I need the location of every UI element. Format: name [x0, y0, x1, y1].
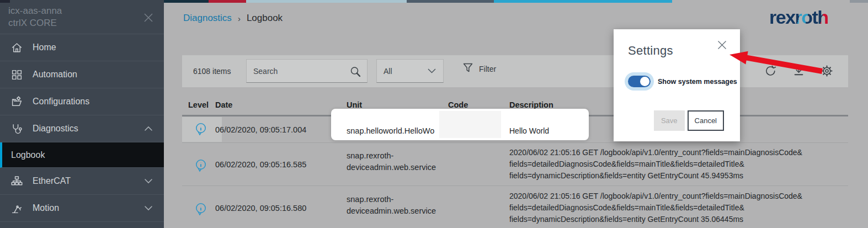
column-header-description[interactable]: Description — [509, 100, 553, 109]
info-level-icon — [195, 203, 207, 218]
info-level-icon — [195, 159, 207, 174]
items-count: 6108 items — [193, 67, 231, 76]
sidebar-item-home[interactable]: Home — [0, 34, 164, 61]
device-name: icx-aas-anna — [8, 5, 62, 17]
cancel-button[interactable]: Cancel — [688, 110, 724, 131]
scope-select[interactable]: All — [376, 59, 444, 83]
configurations-icon — [10, 95, 23, 108]
cell-description: 2020/06/02 21:05:16 GET /logbook/api/v1.… — [509, 147, 802, 182]
sidebar: icx-aas-anna ctrlX CORE Home Automation … — [0, 0, 164, 228]
breadcrumb-separator-icon: › — [238, 14, 241, 23]
breadcrumb: Diagnostics › Logbook — [183, 13, 283, 24]
filter-label: Filter — [479, 65, 496, 73]
cell-description: Hello World — [509, 125, 549, 137]
dialog-title: Settings — [628, 44, 673, 58]
sidebar-item-ethercat[interactable]: EtherCAT — [0, 168, 164, 195]
description-line: fields=detailedDiagnosisCode&fields=main… — [509, 158, 802, 170]
sidebar-item-automation[interactable]: Automation — [0, 61, 164, 88]
sidebar-item-configurations[interactable]: Configurations — [0, 88, 164, 115]
cell-unit: snap.rexroth-deviceadmin.web.service — [347, 194, 439, 217]
chevron-up-icon — [144, 124, 153, 134]
cell-unit: snap.rexroth-deviceadmin.web.service — [347, 150, 439, 173]
description-line: 2020/06/02 21:05:16 GET /logbook/api/v1.… — [509, 190, 802, 202]
info-level-icon — [195, 123, 207, 137]
sidebar-item-label: Home — [33, 43, 56, 52]
search-icon[interactable] — [349, 65, 362, 81]
cell-date: 06/02/2020, 09:05:16.585 — [215, 160, 306, 169]
sidebar-item-logbook-active[interactable]: Logbook — [0, 142, 164, 168]
product-name: ctrlX CORE — [8, 17, 62, 29]
column-header-code[interactable]: Code — [448, 100, 468, 109]
row-separator — [182, 142, 848, 143]
diagnostics-icon — [10, 122, 23, 135]
sidebar-item-label: Configurations — [33, 97, 89, 107]
sidebar-subitem-label: Logbook — [11, 150, 45, 160]
motion-icon — [10, 202, 23, 215]
row-separator — [182, 185, 848, 186]
breadcrumb-current: Logbook — [247, 13, 283, 24]
band-segment — [0, 0, 10, 3]
cell-date: 06/02/2020, 09:05:17.004 — [215, 125, 306, 134]
sidebar-item-label: EtherCAT — [33, 176, 71, 186]
description-line: 2020/06/02 21:05:16 GET /logbook/api/v1.… — [509, 147, 802, 158]
sidebar-header: icx-aas-anna ctrlX CORE — [0, 0, 164, 34]
filter-button[interactable]: Filter — [462, 62, 496, 75]
sidebar-item-motion[interactable]: Motion — [0, 195, 164, 222]
toggle-knob — [640, 77, 649, 86]
chevron-down-icon — [427, 67, 436, 76]
description-line: fields=detailedDiagnosisCode&fields=main… — [509, 202, 802, 214]
annotation-arrow — [717, 44, 828, 96]
sidebar-item-label: Motion — [33, 203, 59, 213]
sidebar-item-label: Diagnostics — [33, 124, 78, 134]
chevron-down-icon — [144, 176, 153, 186]
sidebar-item-label: Automation — [33, 70, 77, 79]
chevron-down-icon — [144, 203, 153, 213]
ethercat-icon — [10, 174, 23, 188]
cell-date: 06/02/2020, 09:05:16.580 — [215, 204, 306, 213]
save-button[interactable]: Save — [654, 110, 685, 131]
filter-icon — [462, 62, 473, 75]
home-icon — [10, 41, 23, 54]
description-line: Hello World — [509, 125, 549, 137]
breadcrumb-parent-link[interactable]: Diagnostics — [183, 13, 232, 24]
band-segment — [407, 0, 494, 3]
band-segment — [246, 0, 407, 3]
device-title: icx-aas-anna ctrlX CORE — [8, 5, 62, 29]
description-line: fields=dynamicDescription&fields=entity … — [509, 170, 802, 182]
column-header-level[interactable]: Level — [188, 100, 209, 109]
scope-select-value: All — [384, 67, 392, 76]
band-segment — [164, 0, 209, 3]
search-box — [246, 59, 368, 83]
band-segment — [850, 0, 868, 3]
sidebar-item-diagnostics[interactable]: Diagnostics — [0, 115, 164, 142]
column-header-unit[interactable]: Unit — [347, 100, 362, 109]
column-header-date[interactable]: Date — [215, 100, 232, 109]
dialog-buttons: Save Cancel — [654, 110, 724, 131]
automation-icon — [10, 68, 23, 81]
sidebar-close-icon[interactable] — [143, 12, 154, 25]
rexroth-logo: rexroth — [769, 7, 828, 28]
band-segment — [209, 0, 246, 3]
band-segment — [494, 0, 672, 3]
cell-unit: snap.helloworld.HelloWo — [347, 125, 439, 137]
description-line: fields=dynamicDescription&fields=entity … — [509, 214, 802, 225]
show-system-messages-toggle[interactable] — [628, 76, 651, 87]
cell-description: 2020/06/02 21:05:16 GET /logbook/api/v1.… — [509, 190, 802, 225]
spotlight-code-cell — [439, 111, 501, 138]
